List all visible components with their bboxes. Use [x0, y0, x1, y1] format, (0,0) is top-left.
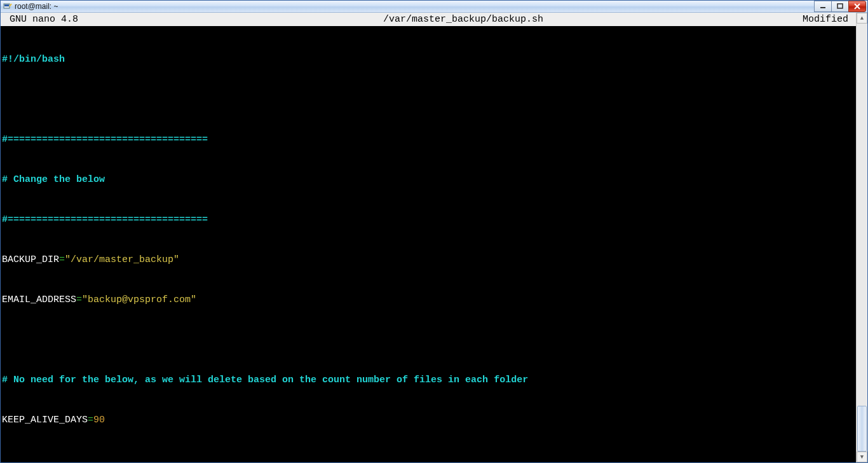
code-line: # Change the below	[2, 174, 105, 185]
svg-rect-3	[837, 4, 843, 8]
putty-icon	[3, 2, 12, 11]
svg-rect-1	[4, 4, 9, 6]
app-window: root@mail: ~ GNU nano 4.8 /var/master_ba…	[0, 0, 868, 463]
close-button[interactable]	[848, 1, 866, 12]
code-line: #===================================	[2, 134, 208, 145]
code-line: EMAIL_ADDRESS	[2, 294, 76, 305]
maximize-button[interactable]	[831, 1, 849, 12]
code-line: BACKUP_DIR	[2, 254, 59, 265]
nano-modified: Modified	[803, 13, 856, 26]
title-bar[interactable]: root@mail: ~	[1, 1, 867, 12]
code-line: #===================================	[2, 214, 208, 225]
scroll-thumb[interactable]	[857, 406, 867, 452]
scroll-up-button[interactable]: ▲	[857, 13, 867, 24]
nano-file-path: /var/master_backup/backup.sh	[124, 13, 803, 26]
code-line: KEEP_ALIVE_DAYS	[2, 415, 88, 425]
scroll-track[interactable]	[857, 24, 867, 452]
editor-viewport[interactable]: #!/bin/bash #===========================…	[1, 26, 856, 463]
window-title: root@mail: ~	[15, 2, 58, 11]
minimize-button[interactable]	[814, 1, 832, 12]
code-line: # No need for the below, as we will dele…	[2, 375, 528, 385]
code-line: #!/bin/bash	[2, 54, 65, 65]
vertical-scrollbar[interactable]: ▲ ▼	[856, 13, 867, 462]
scroll-down-button[interactable]: ▼	[857, 452, 867, 462]
nano-titlebar: GNU nano 4.8 /var/master_backup/backup.s…	[1, 13, 856, 26]
nano-app-name: GNU nano 4.8	[1, 13, 124, 26]
